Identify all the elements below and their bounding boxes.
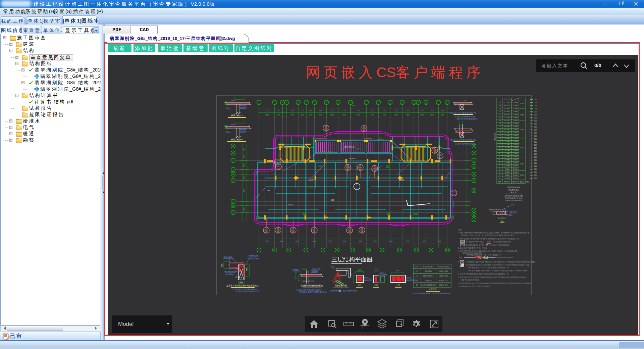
svg-text:25: 25 [499,101,501,103]
svg-text:7: 7 [499,156,500,158]
svg-text:板底大样(一): 板底大样(一) [231,138,243,141]
svg-text:计算长度范围 L.S: 计算长度范围 L.S [488,254,501,256]
svg-text:71.680: 71.680 [504,101,510,103]
svg-text:-0.820: -0.820 [504,177,510,179]
svg-text:25: 25 [265,231,268,233]
svg-text:J1: J1 [265,228,268,230]
svg-text:J1: J1 [359,165,362,167]
svg-text:未注明板底标高: 未注明板底标高 [423,265,434,268]
svg-text:2.900: 2.900 [513,126,518,128]
svg-text:上部墙体钢筋: 上部墙体钢筋 [222,256,232,258]
svg-text:16.580: 16.580 [504,159,510,161]
svg-text:C26: C26 [534,99,537,100]
svg-text:4.980: 4.980 [505,171,509,173]
svg-text:J1: J1 [347,165,349,167]
svg-text:钢筋锚固: 钢筋锚固 [240,104,247,106]
svg-text:3600: 3600 [373,241,377,242]
svg-text:3600: 3600 [359,241,363,242]
svg-text:4500: 4500 [243,175,245,179]
svg-text:21: 21 [499,113,501,115]
svg-text:G21: G21 [358,284,362,286]
svg-text:C: C [473,209,475,211]
svg-text:23: 23 [446,101,448,104]
svg-text:0: 0 [499,177,500,179]
svg-text:(现浇混凝土框架、剪力墙、梁、板)16G101-1(以下简称: (现浇混凝土框架、剪力墙、梁、板)16G101-1(以下简称平法)的有关规定. [461,234,515,237]
svg-text:8: 8 [499,153,500,155]
svg-text:1500: 1500 [430,114,434,116]
svg-text:LB100: LB100 [399,179,404,181]
svg-text:3300: 3300 [342,110,346,111]
svg-text:J1: J1 [361,228,363,230]
svg-text:3300: 3300 [309,110,313,111]
svg-text:12: 12 [352,249,354,251]
svg-text:1500: 1500 [277,114,280,116]
svg-text:300: 300 [509,214,512,215]
svg-text:Φ6@150(2): Φ6@150(2) [364,279,373,281]
svg-text:25: 25 [277,167,280,169]
svg-text:21: 21 [437,101,440,104]
svg-text:2. 除不另说明外,板顶标高同结构层标高,板面钢筋的长度按净: 2. 除不另说明外,板顶标高同结构层标高,板面钢筋的长度按净跨(中/4)长度确定… [458,238,519,240]
svg-text:6: 6 [306,101,307,104]
svg-text:C26: C26 [534,102,537,103]
svg-text:90双排 150: 90双排 150 [439,284,448,286]
svg-text:2.900: 2.900 [513,122,518,124]
svg-text:C26: C26 [534,156,537,158]
svg-text:13: 13 [389,101,391,104]
svg-text:51.380: 51.380 [504,122,510,124]
svg-text:2.900: 2.900 [513,110,518,112]
svg-text:2.900: 2.900 [513,135,518,137]
svg-text:15: 15 [499,132,501,134]
svg-text:3300: 3300 [394,110,398,111]
svg-text:12: 12 [499,141,501,143]
svg-text:A8@150(2): A8@150(2) [509,211,517,213]
svg-text:3: 3 [499,168,500,170]
svg-text:同板面筋: 同板面筋 [240,130,247,133]
svg-text:2x90: 2x90 [511,204,514,206]
svg-text:3300: 3300 [357,110,360,111]
svg-text:42.680: 42.680 [504,132,510,134]
svg-text:3300: 3300 [277,110,280,111]
svg-text:1500: 1500 [319,114,323,116]
svg-text:同板面筋: 同板面筋 [240,106,247,109]
svg-text:3600: 3600 [328,241,332,242]
svg-text:3300: 3300 [406,110,410,111]
svg-text:A8双排 150: A8双排 150 [439,275,448,277]
svg-text:31.080: 31.080 [504,144,510,146]
svg-text:J: J [232,168,234,171]
svg-text:1500: 1500 [383,114,386,116]
svg-text:3300: 3300 [291,110,294,111]
svg-text:C26: C26 [534,105,537,106]
svg-text:表示现浇配重板反坎口,做法详图集, 详细尺寸见15G 了 3: 表示现浇配重板反坎口,做法详图集, 详细尺寸见15G 了 35以外的钢筋(应作预… [466,264,530,266]
svg-text:2: 2 [274,101,275,104]
svg-text:14: 14 [499,135,501,137]
svg-text:25: 25 [348,231,351,233]
svg-text:1500: 1500 [291,114,294,116]
svg-text:3300: 3300 [430,110,434,111]
svg-text:17: 17 [499,126,501,128]
svg-text:2.900: 2.900 [513,177,518,179]
svg-text:B: B [232,205,234,207]
svg-text:A23: A23 [396,284,400,286]
svg-text:C26: C26 [534,114,537,116]
svg-text:上层剪力墙与错层墙体构造示意做法: 上层剪力墙与错层墙体构造示意做法 [226,284,259,287]
svg-text:J1: J1 [453,191,455,193]
svg-text:60.080: 60.080 [504,113,510,115]
svg-text:14Φ10: 14Φ10 [406,277,411,279]
svg-text:B-100: B-100 [418,204,423,206]
svg-text:筋见平面大样 位置.: 筋见平面大样 位置. [343,290,357,292]
svg-text:A8双排 150: A8双排 150 [439,270,448,272]
svg-text:H: H [232,173,234,176]
svg-text:≥85后,浇筑C20: ≥85后,浇筑C20 [302,280,314,283]
svg-text:1500: 1500 [265,114,269,116]
svg-text:5: 5 [298,101,299,104]
svg-text:J1: J1 [277,228,279,230]
svg-text:54.280: 54.280 [504,119,510,121]
svg-text:2.900: 2.900 [513,141,518,143]
svg-text:楼层标高不同处楼板构造(二): 楼层标高不同处楼板构造(二) [450,139,476,141]
svg-text:3. 双向板短跨钢筋置于长跨筋之下排布:: 3. 双向板短跨钢筋置于长跨筋之下排布: [458,247,487,249]
svg-text:先浇板与后浇板连接构造: 先浇板与后浇板连接构造 [301,284,323,287]
svg-text:钢筋锚固: 钢筋锚固 [240,128,247,130]
svg-text:YKB,见平面: YKB,见平面 [312,268,320,270]
svg-text:F: F [473,180,475,182]
svg-text:7. 板面上标注的"X"记号.表示些钢筋在该处断开 (或在支: 7. 板面上标注的"X"记号.表示些钢筋在该处断开 (或在支座Φ8@16.8处锚… [458,276,526,279]
